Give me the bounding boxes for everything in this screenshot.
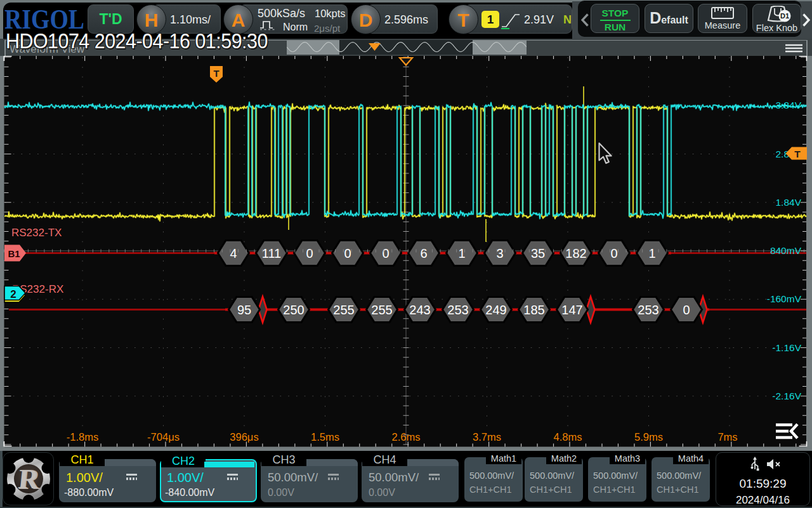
svg-text:255: 255 — [333, 303, 354, 317]
svg-text:0: 0 — [344, 246, 351, 260]
svg-text:4: 4 — [230, 246, 237, 260]
svg-text:0: 0 — [306, 246, 313, 260]
svg-text:-704μs: -704μs — [147, 431, 180, 443]
svg-text:3.7ms: 3.7ms — [473, 431, 501, 443]
svg-text:5.9ms: 5.9ms — [634, 431, 663, 443]
svg-text:95: 95 — [237, 303, 251, 317]
svg-text:-160mV: -160mV — [767, 293, 802, 304]
svg-text:35: 35 — [531, 246, 545, 260]
svg-text:4.8ms: 4.8ms — [554, 431, 582, 443]
svg-text:T: T — [794, 149, 801, 159]
svg-text:840mV: 840mV — [770, 245, 802, 256]
svg-text:182: 182 — [565, 246, 586, 260]
svg-text:RS232-TX: RS232-TX — [11, 227, 62, 239]
svg-text:253: 253 — [447, 303, 468, 317]
svg-text:-1.16V: -1.16V — [772, 342, 801, 353]
svg-text:185: 185 — [523, 303, 544, 317]
svg-text:147: 147 — [561, 303, 582, 317]
svg-text:1.5ms: 1.5ms — [311, 431, 339, 443]
svg-text:250: 250 — [283, 303, 304, 317]
svg-text:255: 255 — [371, 303, 392, 317]
svg-text:-1.8ms: -1.8ms — [67, 431, 98, 443]
svg-text:0: 0 — [382, 246, 389, 260]
svg-text:2: 2 — [10, 288, 16, 300]
svg-text:2.6ms: 2.6ms — [392, 431, 421, 443]
svg-text:D1: D1 — [780, 12, 789, 20]
svg-text:0: 0 — [610, 246, 617, 260]
svg-text:253: 253 — [638, 303, 658, 317]
svg-text:249: 249 — [485, 303, 506, 317]
svg-text:T: T — [213, 68, 219, 79]
svg-text:243: 243 — [409, 303, 430, 317]
svg-text:7ms: 7ms — [717, 431, 737, 443]
svg-text:R: R — [16, 464, 41, 495]
svg-text:1: 1 — [458, 246, 465, 260]
svg-text:B1: B1 — [8, 248, 20, 259]
svg-text:1.84V: 1.84V — [775, 197, 801, 208]
svg-text:6: 6 — [420, 246, 427, 260]
svg-text:396μs: 396μs — [230, 431, 258, 443]
svg-text:111: 111 — [262, 246, 281, 260]
svg-text:1: 1 — [648, 246, 655, 260]
svg-text:3: 3 — [496, 246, 503, 260]
svg-text:0: 0 — [683, 303, 690, 317]
svg-text:-2.16V: -2.16V — [772, 391, 801, 401]
